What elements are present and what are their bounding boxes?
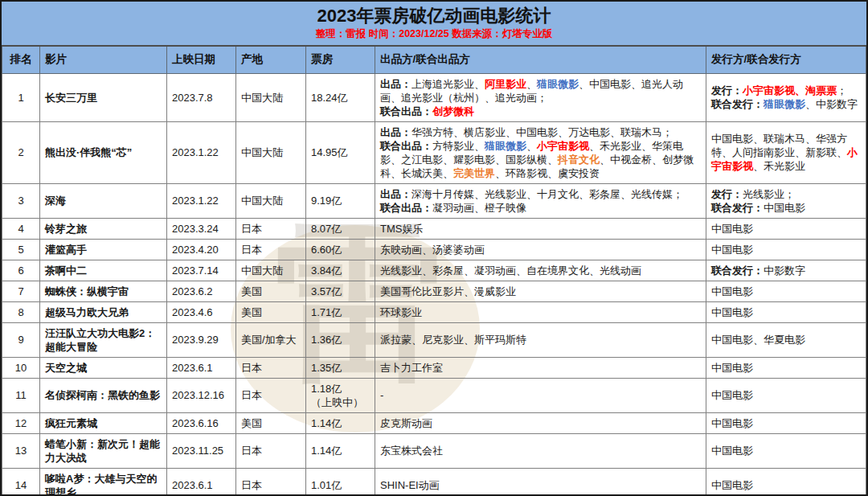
cell-film: 疯狂元素城	[40, 412, 167, 433]
column-header-date: 上映日期	[167, 47, 236, 73]
cell-producers: 出品：上海追光影业、阿里影业、猫眼微影、中国电影、追光人动画、追光影业（杭州）、…	[375, 73, 706, 121]
cell-rank: 7	[2, 281, 40, 301]
cell-date: 2023.11.25	[167, 433, 236, 468]
table-row: 6茶啊中二2023.7.14中国大陆3.84亿光线影业、彩条屋、凝羽动画、自在境…	[2, 260, 866, 281]
cell-rank: 12	[2, 412, 40, 433]
cell-producers: 出品：华强方特、横店影业、中国电影、万达电影、联瑞木马；联合出品：方特影业、猫眼…	[375, 121, 706, 183]
cell-origin: 日本	[236, 378, 306, 412]
cell-rank: 4	[2, 218, 40, 239]
table-row: 11名侦探柯南：黑铁的鱼影2023.12.16日本1.18亿 （上映中）-中国电…	[2, 378, 866, 412]
cell-producers: 光线影业、彩条屋、凝羽动画、自在境界文化、光线动画	[375, 260, 706, 281]
table-row: 13蜡笔小新：新次元！超能力大决战2023.11.25日本1.14亿东宝株式会社…	[2, 433, 866, 468]
text-segment: 东映动画、汤婆婆动画	[380, 244, 485, 256]
cell-boxoffice: 18.24亿	[306, 73, 375, 121]
text-segment: 联合出品：	[380, 140, 432, 152]
cell-rank: 5	[2, 239, 40, 260]
cell-origin: 中国大陆	[236, 260, 306, 281]
cell-producers: 派拉蒙、尼克影业、斯平玛斯特	[375, 322, 706, 357]
text-segment: 中国电影	[711, 306, 753, 318]
text-segment: 中国电影	[711, 244, 753, 256]
cell-producers: TMS娱乐	[375, 218, 706, 239]
cell-distributors: 中国电影	[706, 281, 866, 301]
text-segment: 东宝株式会社	[380, 445, 443, 457]
cell-producers: 皮克斯动画	[375, 412, 706, 433]
cell-date: 2023.7.14	[167, 260, 236, 281]
cell-producers: SHIN-EI动画	[375, 468, 706, 496]
cell-distributors: 中国电影	[706, 412, 866, 433]
text-segment: 出品：	[380, 188, 411, 200]
cell-film: 汪汪队立大功大电影2：超能大冒险	[40, 322, 167, 357]
cell-rank: 6	[2, 260, 40, 281]
text-segment: 发行：	[711, 84, 743, 96]
text-segment: -	[380, 389, 383, 401]
text-segment: 深海十月传媒、光线影业、十月文化、彩条屋、光线传媒；	[411, 188, 683, 200]
cell-origin: 日本	[236, 218, 306, 239]
text-segment: 联合出品：	[380, 105, 432, 117]
cell-distributors: 中国电影	[706, 357, 866, 378]
cell-distributors: 中国电影	[706, 218, 866, 239]
table-row: 10天空之城2023.6.1日本1.35亿吉卜力工作室中国电影	[2, 357, 866, 378]
text-segment: 方特影业、	[432, 140, 485, 152]
cell-origin: 美国	[236, 412, 306, 433]
cell-rank: 13	[2, 433, 40, 468]
cell-film: 超级马力欧大兄弟	[40, 301, 167, 322]
cell-rank: 14	[2, 468, 40, 496]
cell-distributors: 中国电影	[706, 378, 866, 412]
text-segment: 中国电影	[764, 202, 805, 214]
text-segment: 华强方特、横店影业、中国电影、万达电影、联瑞木马；	[411, 126, 673, 138]
cell-rank: 8	[2, 301, 40, 322]
cell-distributors: 发行：光线影业；联合发行：中国电影	[706, 183, 866, 218]
cell-date: 2023.3.24	[167, 218, 236, 239]
text-segment: 皮克斯动画	[380, 417, 432, 429]
text-segment: 猫眼微影	[764, 98, 805, 110]
cell-origin: 美国	[236, 281, 306, 301]
cell-producers: 环球影业	[375, 301, 706, 322]
text-segment: 联合发行：	[711, 202, 764, 214]
cell-boxoffice: 1.14亿	[306, 433, 375, 468]
cell-boxoffice: 8.07亿	[306, 218, 375, 239]
page-subtitle: 整理：雷报 时间：2023/12/25 数据来源：灯塔专业版	[2, 27, 866, 41]
movies-table: 排名影片上映日期产地票房出品方/联合出品方发行方/联合发行方 1长安三万里202…	[2, 47, 866, 496]
cell-origin: 日本	[236, 433, 306, 468]
cell-origin: 美国	[236, 301, 306, 322]
cell-date: 2023.7.8	[167, 73, 236, 121]
table-row: 14哆啦A梦：大雄与天空的理想乡2023.6.1日本1.01亿SHIN-EI动画…	[2, 468, 866, 496]
cell-distributors: 中国电影、联瑞木马、华强方特、人间指南影业、新影联、小宇宙影视、禾光影业	[706, 121, 866, 183]
cell-date: 2023.1.22	[167, 121, 236, 183]
cell-rank: 10	[2, 357, 40, 378]
cell-origin: 日本	[236, 468, 306, 496]
cell-date: 2023.1.22	[167, 183, 236, 218]
cell-date: 2023.4.6	[167, 301, 236, 322]
cell-origin: 中国大陆	[236, 183, 306, 218]
page-title: 2023年票房破亿动画电影统计	[2, 5, 866, 27]
cell-date: 2023.4.20	[167, 239, 236, 260]
cell-boxoffice: 6.60亿	[306, 239, 375, 260]
text-segment: 中国电影	[711, 417, 753, 429]
cell-film: 铃芽之旅	[40, 218, 167, 239]
cell-rank: 2	[2, 121, 40, 183]
text-segment: 、中影数字	[805, 98, 858, 110]
text-segment: 猫眼微影	[537, 78, 579, 90]
text-segment: 、	[526, 140, 537, 152]
text-segment: 、	[526, 78, 537, 90]
text-segment: 中国电影、华夏电影	[711, 334, 805, 346]
cell-boxoffice: 1.18亿 （上映中）	[306, 378, 375, 412]
text-segment: SHIN-EI动画	[380, 479, 440, 491]
text-segment: 凝羽动画、橙子映像	[432, 202, 526, 214]
cell-film: 蜘蛛侠：纵横宇宙	[40, 281, 167, 301]
cell-boxoffice: 1.01亿	[306, 468, 375, 496]
cell-boxoffice: 3.57亿	[306, 281, 375, 301]
cell-boxoffice: 1.35亿	[306, 357, 375, 378]
text-segment: 完美世界	[453, 167, 495, 179]
cell-distributors: 中国电影	[706, 239, 866, 260]
text-segment: 猫眼微影	[485, 140, 526, 152]
text-segment: 光线影业、彩条屋、凝羽动画、自在境界文化、光线动画	[380, 264, 641, 277]
cell-boxoffice: 14.95亿	[306, 121, 375, 183]
text-segment: 吉卜力工作室	[380, 362, 443, 374]
text-segment: 中国电影	[711, 285, 753, 297]
text-segment: 环球影业	[380, 306, 422, 318]
cell-rank: 9	[2, 322, 40, 357]
cell-boxoffice: 1.36亿	[306, 322, 375, 357]
cell-date: 2023.6.2	[167, 281, 236, 301]
text-segment: 中国电影、联瑞木马、华强方特、人间指南影业、新影联、	[711, 133, 847, 158]
